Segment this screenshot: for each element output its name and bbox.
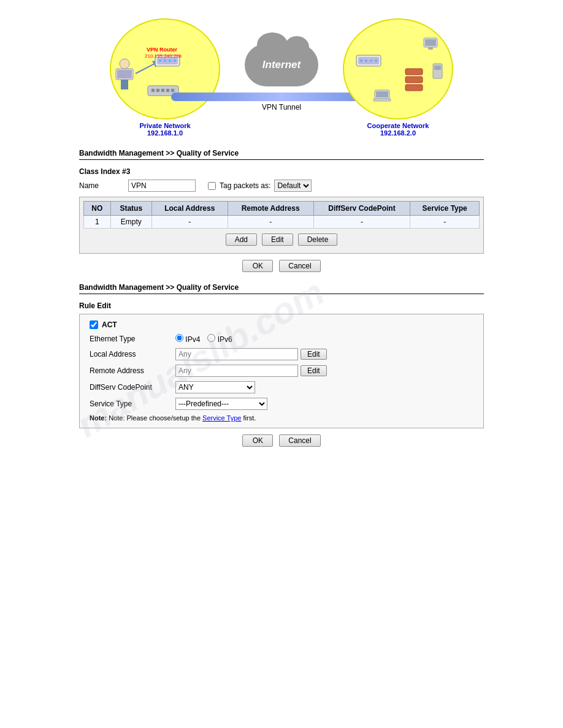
svg-rect-28: [405, 85, 423, 91]
svg-point-2: [120, 59, 129, 69]
note-text: Note: Note: Please choose/setup the Serv…: [90, 414, 473, 422]
private-network-label: Private Network 192.168.1.0: [139, 122, 190, 137]
ipv6-radio-label[interactable]: IPv6: [207, 334, 232, 344]
col-service-type: Service Type: [410, 202, 480, 216]
col-status: Status: [110, 202, 151, 216]
svg-rect-13: [151, 89, 155, 92]
local-address-edit-button[interactable]: Edit: [301, 349, 327, 360]
tag-packets-checkbox[interactable]: [208, 182, 216, 190]
remote-address-edit-button[interactable]: Edit: [301, 365, 327, 376]
name-input[interactable]: [128, 180, 196, 192]
ethernet-type-label: Ethernet Type: [90, 335, 175, 343]
section2-ok-button[interactable]: OK: [242, 434, 273, 447]
ethernet-type-row: Ethernet Type IPv4 IPv6: [90, 334, 473, 344]
cell-no: 1: [84, 216, 111, 229]
cooperate-network-label: Cooperate Network 192.168.2.0: [367, 122, 429, 137]
svg-point-25: [375, 59, 377, 62]
svg-point-10: [174, 59, 176, 62]
svg-rect-17: [171, 89, 174, 92]
svg-rect-1: [117, 70, 132, 78]
remote-address-input[interactable]: [175, 365, 298, 377]
rules-table: NO Status Local Address Remote Address D…: [83, 201, 480, 229]
table-outer: NO Status Local Address Remote Address D…: [79, 197, 484, 254]
svg-rect-27: [405, 77, 423, 83]
svg-rect-26: [405, 69, 423, 75]
edit-button[interactable]: Edit: [262, 233, 293, 246]
svg-text:VPN Router: VPN Router: [147, 47, 178, 53]
ipv4-radio[interactable]: [175, 334, 183, 342]
rule-edit-box: ACT Ethernet Type IPv4 IPv6 Local Addres…: [79, 314, 484, 428]
add-button[interactable]: Add: [226, 233, 257, 246]
middle-section: Internet VPN Tunnel: [220, 44, 343, 112]
svg-point-22: [360, 59, 362, 62]
svg-rect-36: [434, 66, 441, 70]
col-local-address: Local Address: [151, 202, 228, 216]
svg-rect-30: [425, 39, 436, 46]
svg-rect-15: [161, 89, 164, 92]
tag-packets-label: Tag packets as:: [220, 181, 270, 190]
service-type-select[interactable]: ---Predefined--- Custom: [175, 398, 267, 410]
name-row: Name Tag packets as: Default: [79, 180, 484, 192]
vpn-diagram: VPN Router 210.135.240.208 Private Netwo…: [0, 0, 563, 143]
tunnel-label: VPN Tunnel: [262, 103, 301, 112]
ipv6-radio[interactable]: [207, 334, 215, 342]
service-type-label: Service Type: [90, 400, 175, 408]
rule-edit-label: Rule Edit: [79, 301, 111, 310]
section2-title: Bandwidth Management >> Quality of Servi…: [79, 283, 484, 294]
ipv4-radio-label[interactable]: IPv4: [175, 334, 200, 344]
service-type-link[interactable]: Service Type: [202, 414, 241, 422]
diffserv-label: DiffServ CodePoint: [90, 383, 175, 392]
section2-cancel-button[interactable]: Cancel: [279, 434, 320, 447]
local-address-input[interactable]: [175, 348, 298, 360]
section1-ok-button[interactable]: OK: [242, 260, 273, 272]
act-row: ACT: [90, 320, 473, 329]
cooperate-network-circle: [343, 18, 453, 119]
section1-title: Bandwidth Management >> Quality of Servi…: [79, 149, 484, 160]
section2-ok-cancel: OK Cancel: [79, 434, 484, 447]
svg-rect-31: [428, 47, 433, 50]
svg-point-7: [159, 59, 161, 62]
svg-rect-33: [376, 91, 388, 97]
internet-cloud: Internet: [245, 44, 318, 86]
cell-diffserv: -: [313, 216, 410, 229]
remote-address-label: Remote Address: [90, 366, 175, 375]
svg-rect-3: [121, 80, 128, 89]
svg-rect-16: [166, 89, 169, 92]
cell-local-address: -: [151, 216, 228, 229]
svg-text:210.135.240.208: 210.135.240.208: [145, 53, 182, 59]
svg-point-24: [370, 59, 372, 62]
local-address-row: Local Address Edit: [90, 348, 473, 360]
delete-button[interactable]: Delete: [298, 233, 338, 246]
col-no: NO: [84, 202, 111, 216]
section1-ok-cancel: OK Cancel: [79, 260, 484, 272]
diffserv-select[interactable]: ANY AF11 AF12 EF: [175, 381, 255, 393]
tag-checkbox-area: Tag packets as: Default: [208, 180, 312, 192]
table-button-row: Add Edit Delete: [83, 233, 480, 246]
section1-cancel-button[interactable]: Cancel: [279, 260, 320, 272]
local-address-label: Local Address: [90, 350, 175, 358]
svg-point-23: [365, 59, 367, 62]
class-index-label: Class Index #3: [79, 167, 130, 176]
tag-packets-select[interactable]: Default: [274, 180, 312, 192]
svg-point-9: [169, 59, 171, 62]
ethernet-type-radios: IPv4 IPv6: [175, 334, 232, 344]
svg-line-4: [136, 63, 157, 74]
svg-rect-14: [156, 89, 159, 92]
cell-status: Empty: [110, 216, 151, 229]
diffserv-row: DiffServ CodePoint ANY AF11 AF12 EF: [90, 381, 473, 393]
remote-address-row: Remote Address Edit: [90, 365, 473, 377]
cell-service-type: -: [410, 216, 480, 229]
svg-point-8: [164, 59, 166, 62]
cell-remote-address: -: [228, 216, 313, 229]
service-type-row: Service Type ---Predefined--- Custom: [90, 398, 473, 410]
svg-rect-34: [373, 99, 391, 101]
act-checkbox[interactable]: [90, 320, 98, 329]
name-label: Name: [79, 181, 128, 190]
act-label: ACT: [102, 320, 117, 329]
table-row: 1 Empty - - - -: [84, 216, 480, 229]
col-remote-address: Remote Address: [228, 202, 313, 216]
col-diffserv: DiffServ CodePoint: [313, 202, 410, 216]
